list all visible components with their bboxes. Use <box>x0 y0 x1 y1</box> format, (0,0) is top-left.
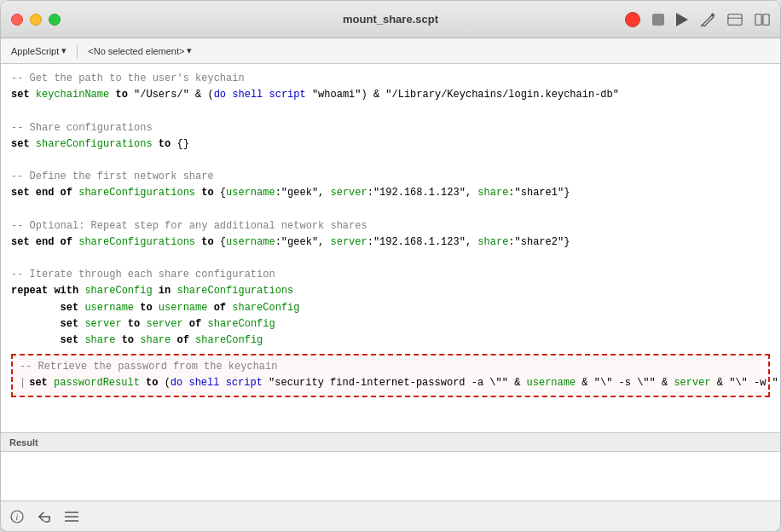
title-bar: mount_share.scpt <box>1 1 780 38</box>
code-line: set shareConfigurations to {} <box>11 136 770 153</box>
svg-rect-3 <box>755 14 761 25</box>
window-title: mount_share.scpt <box>343 13 438 26</box>
code-line: -- Define the first network share <box>11 169 770 185</box>
code-line <box>11 419 770 432</box>
code-line: set username to username of shareConfig <box>11 300 770 316</box>
view-button-1[interactable] <box>727 12 743 27</box>
code-line <box>11 153 770 169</box>
code-line: -- Get the path to the user's keychain <box>11 71 770 87</box>
language-dropdown[interactable]: AppleScript ▾ <box>8 43 70 58</box>
code-line <box>11 251 770 267</box>
list-icon[interactable] <box>64 509 79 524</box>
view-button-2[interactable] <box>755 12 770 27</box>
bottom-bar: i <box>1 500 780 531</box>
editor: -- Get the path to the user's keychain s… <box>1 64 780 432</box>
svg-text:i: i <box>16 512 19 522</box>
code-line: set server to server of shareConfig <box>11 316 770 332</box>
code-line <box>11 202 770 218</box>
highlight-box: -- Retrieve the password from the keycha… <box>11 354 770 396</box>
svg-rect-4 <box>763 14 769 25</box>
code-line: -- Share configurations <box>11 120 770 136</box>
result-panel: Result <box>1 432 780 500</box>
element-dropdown[interactable]: <No selected element> ▾ <box>84 43 195 58</box>
minimize-button[interactable] <box>30 14 42 26</box>
stop-button[interactable] <box>652 14 664 26</box>
back-icon[interactable] <box>37 509 52 524</box>
code-line <box>11 103 770 119</box>
code-editor[interactable]: -- Get the path to the user's keychain s… <box>1 64 780 432</box>
code-line: set end of shareConfigurations to {usern… <box>11 185 770 201</box>
code-line: repeat with shareConfig in shareConfigur… <box>11 283 770 299</box>
toolbar: AppleScript ▾ <No selected element> ▾ <box>1 38 780 64</box>
compile-button[interactable] <box>700 12 715 27</box>
code-line: -- Retrieve the password from the keycha… <box>20 359 761 375</box>
info-icon[interactable]: i <box>9 509 25 524</box>
code-line: -- Iterate through each share configurat… <box>11 267 770 283</box>
code-line: set share to share of shareConfig <box>11 332 770 349</box>
close-button[interactable] <box>11 14 23 26</box>
record-button[interactable] <box>625 12 640 27</box>
play-button[interactable] <box>676 13 688 26</box>
code-line: set end of shareConfigurations to {usern… <box>11 234 770 251</box>
title-bar-controls <box>625 12 770 27</box>
toolbar-separator <box>77 44 78 58</box>
maximize-button[interactable] <box>49 14 61 26</box>
code-line: |set passwordResult to (do shell script … <box>20 375 761 391</box>
code-line <box>11 402 770 419</box>
result-header: Result <box>1 433 780 452</box>
traffic-lights <box>11 14 61 26</box>
svg-rect-1 <box>728 14 742 25</box>
result-content[interactable] <box>1 452 780 500</box>
main-window: mount_share.scpt <box>0 0 781 532</box>
code-line: set keychainName to "/Users/" & (do shel… <box>11 87 770 103</box>
code-line: -- Optional: Repeat step for any additio… <box>11 218 770 234</box>
